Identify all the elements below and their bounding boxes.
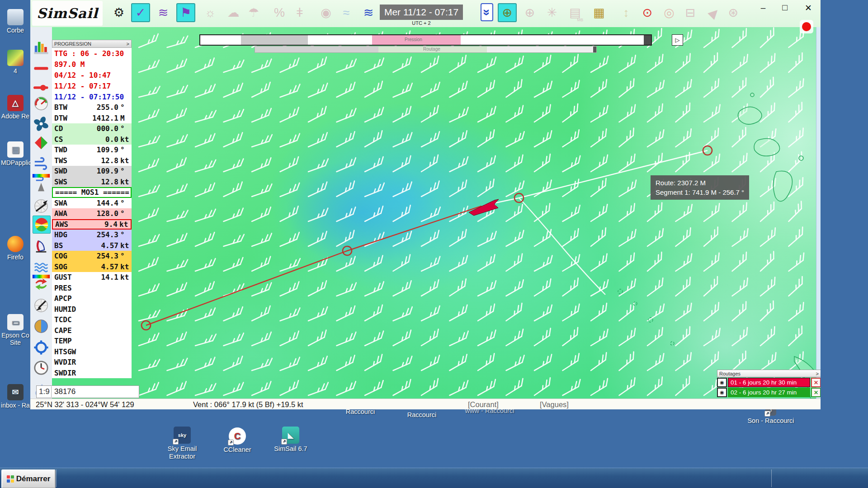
validate-check-icon[interactable]: ✓ [131, 3, 150, 22]
data-row-hdg[interactable]: HDG254.3° [52, 230, 132, 240]
waves-light-icon[interactable]: ≈ [337, 3, 355, 22]
progression-header[interactable]: PROGRESSION > [52, 40, 132, 48]
thermometer-icon[interactable]: ǂ [291, 3, 309, 22]
swap-arrows-icon[interactable] [33, 276, 50, 293]
target-blue-icon[interactable] [33, 339, 50, 356]
data-row-swd[interactable]: SWD109.9° [52, 166, 132, 177]
height-arrows-icon[interactable]: ↕ [617, 3, 635, 22]
data-row-sog[interactable]: SOG4.57kt [52, 262, 132, 272]
routage-timeline[interactable]: Routage [255, 46, 597, 53]
data-row-wvdir[interactable]: WVDIR [52, 357, 132, 368]
data-row-dtw[interactable]: DTW1412.1M [52, 113, 132, 124]
gauge-icon[interactable] [33, 95, 50, 112]
shortcut-sky-email[interactable]: sky↗Sky EmailExtractor [157, 427, 207, 460]
firefox-shortcut-icon[interactable] [7, 236, 24, 252]
humidity-icon[interactable]: % [270, 3, 288, 22]
sun-cloud-icon[interactable]: ☼ [201, 3, 219, 22]
sky-email-icon[interactable]: sky↗ [174, 427, 191, 444]
target-icon[interactable]: ◎ [660, 3, 678, 22]
location-pin-icon[interactable]: ⊙ [638, 3, 656, 22]
epson-icon[interactable]: ▭ [7, 314, 24, 330]
inbox-desktop-item[interactable]: ✉inbox - Ra [1, 384, 30, 409]
cast-icon[interactable]: ⊟ [681, 3, 699, 22]
sail-icon[interactable] [33, 238, 50, 255]
minimize-button[interactable]: – [757, 3, 769, 13]
shortcut-simsail-6-7[interactable]: ◣↗SimSail 6.7 [266, 427, 316, 453]
data-row-swa[interactable]: SWA144.4° [52, 198, 132, 209]
data-row-apcp[interactable]: APCP [52, 293, 132, 304]
red-route-icon[interactable] [33, 79, 50, 96]
data-row-cd[interactable]: CD000.0° [52, 123, 132, 134]
mdp-doc-icon[interactable]: ▤ [7, 141, 24, 158]
routages-header[interactable]: Routages > [717, 370, 821, 377]
data-row-btw[interactable]: BTW255.0° [52, 102, 132, 113]
shortcut-ccleaner[interactable]: C↗CCleaner [212, 427, 262, 454]
routages-expand-arrow[interactable]: > [816, 371, 819, 376]
fan-icon[interactable] [33, 115, 50, 132]
data-row-cs[interactable]: CS0.0kt [52, 134, 132, 145]
datetime-display[interactable]: Mer 11/12 - 07:17 [380, 5, 463, 20]
firefox-shortcut-desktop-item[interactable]: Firefo [1, 236, 30, 261]
image-4-icon[interactable] [7, 50, 24, 66]
clock-icon[interactable] [33, 359, 50, 376]
data-row-cape[interactable]: CAPE [52, 325, 132, 336]
adobe-reader-icon[interactable]: △ [7, 95, 24, 111]
pie-icon[interactable] [33, 216, 51, 234]
windsock-icon[interactable]: ⚑ [176, 3, 195, 22]
scale-input[interactable]: 38176 [51, 386, 138, 397]
cyclone-icon[interactable]: ◉ [317, 3, 335, 22]
map-icon[interactable]: ▦ [590, 3, 608, 22]
compass-rose-icon[interactable]: ✳ [543, 3, 561, 22]
recycle-bin-desktop-item[interactable]: Corbe [1, 9, 30, 34]
wind-mast-icon[interactable] [33, 176, 50, 193]
inbox-icon[interactable]: ✉ [7, 384, 24, 400]
navigation-arrow-icon[interactable]: ▶ [704, 3, 722, 22]
map-scrollbar[interactable] [816, 27, 821, 399]
maximize-button[interactable]: □ [779, 3, 791, 13]
recycle-bin-icon[interactable] [7, 9, 24, 25]
routage-item-label[interactable]: 01 - 6 jours 20 hr 30 min [728, 378, 810, 387]
close-button[interactable]: ✕ [802, 3, 814, 13]
compass-arrow-icon[interactable] [33, 297, 50, 314]
scale-box[interactable]: 1:9 38176 [36, 385, 139, 398]
simsail-shortcut-icon[interactable]: ◣↗ [282, 427, 299, 444]
epson-desktop-item[interactable]: ▭Epson CoSite [1, 314, 30, 346]
storm-cloud-icon[interactable]: ☁ [224, 3, 242, 22]
double-chevron-icon[interactable]: » [481, 3, 493, 21]
globe-active-icon[interactable]: ⊕ [498, 3, 517, 22]
sea-waves-icon[interactable]: ≋ [359, 3, 377, 22]
data-row-mos1[interactable]: ===== MOS1 ====== [52, 187, 132, 198]
data-row-twd[interactable]: TWD109.9° [52, 145, 132, 155]
globe-earth-icon[interactable] [33, 318, 50, 335]
globe-icon[interactable]: ⊕ [521, 3, 539, 22]
data-row-bs[interactable]: BS4.57kt [52, 240, 132, 251]
data-row-cog[interactable]: COG254.3° [52, 251, 132, 262]
compass-icon[interactable] [33, 197, 50, 215]
play-button[interactable]: ▷ [672, 34, 683, 46]
data-row-sws[interactable]: SWS12.8kt [52, 177, 132, 188]
database-icon[interactable]: ▤MB [566, 3, 584, 22]
rain-cloud-icon[interactable]: ☂ [245, 3, 263, 22]
shortcut-raccourci[interactable]: Raccourci [397, 411, 447, 419]
pressure-timeline[interactable]: Pression [199, 34, 652, 46]
mdp-doc-desktop-item[interactable]: ▤MDPapplica [1, 141, 30, 166]
data-row-awa[interactable]: AWA128.0° [52, 208, 132, 219]
data-row-htsgw[interactable]: HTSGW [52, 347, 132, 357]
data-row-tws[interactable]: TWS12.8kt [52, 155, 132, 166]
lifebuoy-icon[interactable]: ⊛ [724, 3, 742, 22]
data-row-temp[interactable]: TEMP [52, 336, 132, 347]
red-line-icon[interactable] [33, 60, 50, 77]
data-row-pres[interactable]: PRES [52, 283, 132, 294]
visibility-eye-icon[interactable]: ◉ [717, 388, 727, 397]
wind-flow-icon[interactable]: ≋ [154, 3, 172, 22]
routage-item-label[interactable]: 02 - 6 jours 20 hr 27 min [728, 388, 810, 397]
record-indicator-icon[interactable] [800, 20, 813, 33]
visibility-eye-icon[interactable]: ◉ [717, 378, 727, 387]
delete-routage-icon[interactable]: ✕ [811, 388, 821, 397]
data-row-tcdc[interactable]: TCDC [52, 314, 132, 325]
chart-bars-icon[interactable] [33, 38, 50, 56]
delete-routage-icon[interactable]: ✕ [811, 378, 821, 387]
data-row-aws[interactable]: AWS9.4kt [52, 219, 132, 230]
start-button[interactable]: Démarrer [1, 469, 56, 488]
adobe-reader-desktop-item[interactable]: △Adobe Re [1, 95, 30, 120]
